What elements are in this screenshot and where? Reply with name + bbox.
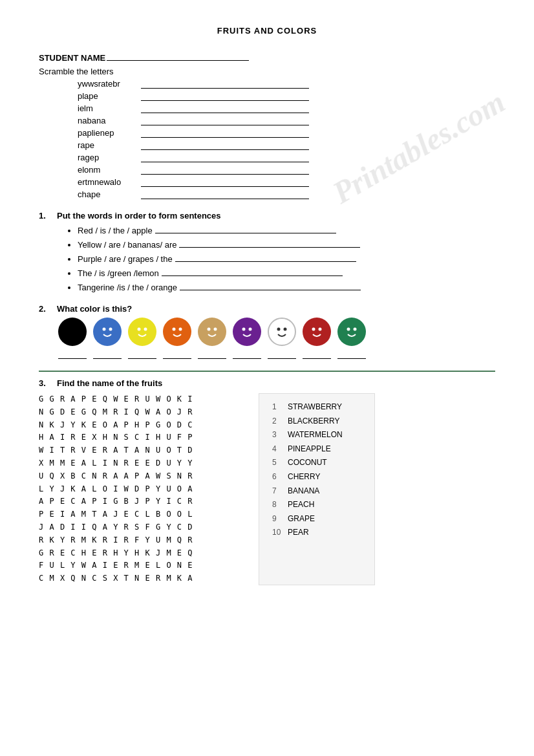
grid-row: P E I A M T A J E C L B O O L bbox=[39, 508, 246, 521]
student-name-row: STUDENT NAME bbox=[39, 51, 495, 63]
word-list-item: 6CHERRY bbox=[272, 470, 361, 484]
scramble-word: nabana bbox=[78, 116, 136, 125]
student-name-label: STUDENT NAME bbox=[39, 53, 105, 63]
word-num: 7 bbox=[272, 484, 284, 499]
color-labels-row bbox=[58, 350, 495, 359]
sentence-blank bbox=[155, 224, 336, 233]
scramble-item: plape bbox=[78, 91, 495, 101]
svg-point-5 bbox=[179, 328, 182, 331]
sentence-item: The / is /green /lemon bbox=[78, 267, 495, 278]
sentence-blank bbox=[180, 281, 361, 290]
answer-blank bbox=[141, 116, 309, 125]
answer-blank bbox=[141, 80, 309, 89]
svg-point-8 bbox=[242, 328, 246, 331]
scramble-item: ielm bbox=[78, 103, 495, 113]
svg-point-10 bbox=[277, 328, 281, 331]
word-num: 1 bbox=[272, 400, 284, 415]
word-name: COCONUT bbox=[288, 456, 327, 470]
word-list-item: 9GRAPE bbox=[272, 512, 361, 526]
section1-title: Put the words in order to form sentences bbox=[57, 211, 221, 221]
word-num: 4 bbox=[272, 442, 284, 457]
word-num: 10 bbox=[272, 526, 284, 540]
color-label-blank bbox=[58, 350, 87, 359]
word-list-item: 5COCONUT bbox=[272, 456, 361, 470]
svg-point-15 bbox=[354, 328, 357, 331]
scramble-word: elonm bbox=[78, 165, 136, 175]
grid-row: G G R A P E Q W E R U W O K I bbox=[39, 393, 246, 406]
color-circle bbox=[58, 318, 87, 346]
grid-row: J A D I I Q A Y R S F G Y C D bbox=[39, 521, 246, 534]
answer-blank bbox=[141, 92, 309, 101]
svg-point-3 bbox=[144, 328, 147, 331]
color-label-blank bbox=[163, 350, 191, 359]
svg-point-2 bbox=[138, 328, 141, 331]
word-list-item: 2BLACKBERRY bbox=[272, 415, 361, 429]
word-name: CHERRY bbox=[288, 470, 320, 484]
svg-point-14 bbox=[347, 328, 350, 331]
color-circle bbox=[93, 318, 122, 346]
scramble-item: ertmnewalo bbox=[78, 177, 495, 187]
answer-blank bbox=[141, 178, 309, 187]
grid-row: N G D E G Q M R I Q W A O J R bbox=[39, 406, 246, 419]
answer-blank bbox=[141, 141, 309, 150]
svg-point-7 bbox=[214, 328, 217, 331]
sentence-blank bbox=[175, 253, 356, 262]
scramble-title: Scramble the letters bbox=[39, 67, 495, 76]
scramble-word: plape bbox=[78, 91, 136, 101]
scramble-item: elonm bbox=[78, 165, 495, 175]
color-label-blank bbox=[233, 350, 261, 359]
svg-point-6 bbox=[208, 328, 211, 331]
answer-blank bbox=[141, 153, 309, 162]
answer-blank bbox=[141, 190, 309, 199]
scramble-word: ragep bbox=[78, 153, 136, 162]
sentences-list: Red / is / the / appleYellow / are / ban… bbox=[39, 224, 495, 292]
color-label-blank bbox=[128, 350, 156, 359]
grid-row: X M M E A L I N R E E D U Y Y bbox=[39, 457, 246, 470]
scramble-item: ragep bbox=[78, 153, 495, 162]
section2: 2. What color is this? bbox=[39, 304, 495, 359]
word-name: GRAPE bbox=[288, 512, 315, 526]
color-circle bbox=[198, 318, 226, 346]
section2-label: 2. bbox=[39, 304, 52, 314]
word-num: 2 bbox=[272, 415, 284, 429]
color-circle bbox=[268, 318, 296, 346]
grid-row: F U L Y W A I E R M E L O N E bbox=[39, 559, 246, 572]
grid-row: H A I R E X H N S C I H U F P bbox=[39, 431, 246, 444]
svg-point-13 bbox=[319, 328, 322, 331]
grid-row: A P E C A P I G B J P Y I C R bbox=[39, 495, 246, 508]
sentence-blank bbox=[179, 239, 360, 248]
scramble-item: chape bbox=[78, 189, 495, 199]
scramble-word: chape bbox=[78, 189, 136, 199]
svg-point-0 bbox=[103, 328, 106, 331]
svg-point-1 bbox=[109, 328, 112, 331]
sentence-item: Tangerine /is / the / orange bbox=[78, 281, 495, 292]
word-list: 1STRAWBERRY2BLACKBERRY3WATERMELON4PINEAP… bbox=[259, 393, 375, 585]
color-circle bbox=[128, 318, 156, 346]
sentence-item: Red / is / the / apple bbox=[78, 224, 495, 235]
section3-title: Find the name of the fruits bbox=[57, 378, 162, 388]
student-name-line bbox=[107, 51, 249, 61]
word-num: 6 bbox=[272, 470, 284, 484]
word-name: WATERMELON bbox=[288, 428, 343, 442]
color-circle bbox=[163, 318, 191, 346]
scramble-item: ywwsratebr bbox=[78, 79, 495, 89]
section1: 1. Put the words in order to form senten… bbox=[39, 211, 495, 292]
scramble-item: rape bbox=[78, 140, 495, 150]
svg-point-4 bbox=[173, 328, 176, 331]
word-list-item: 1STRAWBERRY bbox=[272, 400, 361, 415]
section3: 3. Find the name of the fruits G G R A P… bbox=[39, 371, 495, 585]
color-label-blank bbox=[303, 350, 331, 359]
scramble-list: ywwsratebrplapeielmnabanapaplieneprapera… bbox=[39, 79, 495, 199]
answer-blank bbox=[141, 166, 309, 175]
color-label-blank bbox=[337, 350, 366, 359]
grid-row: U Q X B C N R A A P A W S N R bbox=[39, 470, 246, 483]
word-num: 5 bbox=[272, 456, 284, 470]
word-list-item: 8PEACH bbox=[272, 498, 361, 512]
word-name: BLACKBERRY bbox=[288, 415, 339, 429]
svg-point-9 bbox=[249, 328, 252, 331]
word-name: PEACH bbox=[288, 498, 314, 512]
word-num: 3 bbox=[272, 428, 284, 442]
word-num: 9 bbox=[272, 512, 284, 526]
word-list-item: 7BANANA bbox=[272, 484, 361, 499]
answer-blank bbox=[141, 104, 309, 113]
